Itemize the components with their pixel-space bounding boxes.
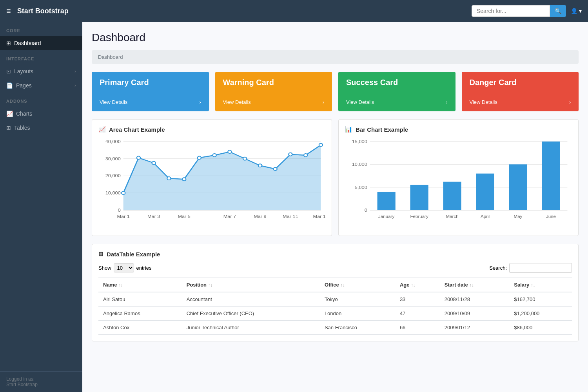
card-danger[interactable]: Danger CardView Details› xyxy=(462,72,579,111)
svg-point-20 xyxy=(274,167,277,171)
datatable-show: Show 102550100 entries xyxy=(98,263,152,272)
col-header-salary[interactable]: Salary↑↓ xyxy=(509,278,572,292)
cell-office: San Francisco xyxy=(320,321,395,335)
entries-select[interactable]: 102550100 xyxy=(114,263,134,272)
col-header-position[interactable]: Position↑↓ xyxy=(182,278,320,292)
user-menu-button[interactable]: 👤 ▾ xyxy=(571,8,582,14)
bar-chart-card: 📊 Bar Chart Example 05,00010,00015,000Ja… xyxy=(338,119,579,236)
datatable-search-input[interactable] xyxy=(509,263,572,273)
pages-icon: 📄 xyxy=(6,82,13,89)
svg-text:40,000: 40,000 xyxy=(105,139,121,144)
breadcrumb: Dashboard xyxy=(92,50,579,64)
svg-text:March: March xyxy=(446,214,459,219)
svg-text:10,000: 10,000 xyxy=(352,162,367,167)
sidebar-item-pages[interactable]: 📄Pages› xyxy=(0,78,82,93)
card-primary[interactable]: Primary CardView Details› xyxy=(92,72,209,111)
cell-start_date: 2009/10/09 xyxy=(440,307,509,321)
datatable-controls: Show 102550100 entries Search: xyxy=(98,263,572,273)
col-header-name[interactable]: Name↑↓ xyxy=(98,278,182,292)
svg-point-23 xyxy=(319,143,323,147)
sort-icon-start_date: ↑↓ xyxy=(470,283,474,287)
svg-rect-48 xyxy=(509,164,527,210)
cell-name: Airi Satou xyxy=(98,292,182,307)
sidebar-section-label-addons: ADDONS xyxy=(0,93,82,107)
svg-text:January: January xyxy=(378,214,395,219)
svg-text:5,000: 5,000 xyxy=(355,185,367,190)
app-body: CORE⊞DashboardINTERFACE⊡Layouts›📄Pages›A… xyxy=(0,22,588,392)
svg-text:10,000: 10,000 xyxy=(105,191,121,196)
sidebar-toggle-button[interactable]: ≡ xyxy=(6,7,11,16)
chevron-right-icon: › xyxy=(74,83,76,88)
sort-icon-salary: ↑↓ xyxy=(531,283,535,287)
card-arrow-icon-success: › xyxy=(446,99,447,105)
sidebar-item-label-layouts: Layouts xyxy=(14,68,33,74)
search-input[interactable] xyxy=(472,5,550,17)
svg-point-21 xyxy=(289,153,292,156)
datatable-search: Search: xyxy=(489,263,572,273)
sidebar-item-label-charts: Charts xyxy=(16,111,32,117)
col-header-age[interactable]: Age↑↓ xyxy=(395,278,440,292)
datatable-title: ⊞ DataTable Example xyxy=(98,250,572,258)
search-label: Search: xyxy=(489,265,507,271)
cell-position: Chief Executive Officer (CEO) xyxy=(182,307,320,321)
sidebar-item-label-pages: Pages xyxy=(16,82,32,89)
svg-point-18 xyxy=(243,157,247,160)
card-link-danger[interactable]: View Details xyxy=(470,99,497,105)
svg-text:June: June xyxy=(546,214,556,219)
svg-rect-46 xyxy=(476,174,494,210)
card-link-warning[interactable]: View Details xyxy=(223,99,251,105)
svg-text:Mar 9: Mar 9 xyxy=(254,214,267,219)
sidebar-item-charts[interactable]: 📈Charts xyxy=(0,107,82,121)
entries-label: entries xyxy=(136,265,152,271)
sidebar-footer-line2: Start Bootstrap xyxy=(6,382,76,387)
sidebar-item-dashboard[interactable]: ⊞Dashboard xyxy=(0,36,82,50)
bar-chart: 05,00010,00015,000JanuaryFebruaryMarchAp… xyxy=(345,138,572,228)
cell-start_date: 2009/01/12 xyxy=(440,321,509,335)
col-header-office[interactable]: Office↑↓ xyxy=(320,278,395,292)
sidebar-footer-line1: Logged in as: xyxy=(6,376,76,382)
sidebar-item-tables[interactable]: ⊞Tables xyxy=(0,121,82,135)
sort-icon-age: ↑↓ xyxy=(411,283,415,287)
bar-chart-icon: 📊 xyxy=(345,126,352,133)
col-header-start_date[interactable]: Start date↑↓ xyxy=(440,278,509,292)
table-row: Airi SatouAccountantTokyo332008/11/28$16… xyxy=(98,292,572,307)
sidebar-item-layouts[interactable]: ⊡Layouts› xyxy=(0,64,82,78)
sidebar-item-label-tables: Tables xyxy=(14,125,30,131)
charts-row: 📈 Area Chart Example 010,00020,00030,000… xyxy=(92,119,579,236)
card-title-success: Success Card xyxy=(346,78,448,87)
sidebar-section-label-core: CORE xyxy=(0,22,82,36)
svg-point-16 xyxy=(213,154,216,157)
svg-text:Mar 5: Mar 5 xyxy=(178,214,191,219)
svg-point-22 xyxy=(304,154,307,157)
svg-point-19 xyxy=(258,164,262,167)
card-title-warning: Warning Card xyxy=(223,78,325,87)
user-icon: 👤 xyxy=(571,8,577,14)
svg-text:15,000: 15,000 xyxy=(352,139,367,144)
main-content: Dashboard Dashboard Primary CardView Det… xyxy=(82,22,588,392)
cell-name: Angelica Ramos xyxy=(98,307,182,321)
svg-text:February: February xyxy=(410,214,428,219)
svg-rect-42 xyxy=(410,185,428,210)
search-form: 🔍 xyxy=(472,5,566,17)
show-label: Show xyxy=(98,265,111,271)
svg-text:20,000: 20,000 xyxy=(105,173,121,178)
brand-logo[interactable]: Start Bootstrap xyxy=(17,7,69,15)
cell-salary: $86,000 xyxy=(509,321,572,335)
card-link-success[interactable]: View Details xyxy=(346,99,374,105)
sidebar-item-label-dashboard: Dashboard xyxy=(14,40,41,46)
charts-icon: 📈 xyxy=(6,111,13,117)
card-warning[interactable]: Warning CardView Details› xyxy=(215,72,332,111)
navbar: ≡ Start Bootstrap 🔍 👤 ▾ xyxy=(0,0,588,22)
card-success[interactable]: Success CardView Details› xyxy=(338,72,456,111)
svg-text:May: May xyxy=(514,214,523,219)
search-button[interactable]: 🔍 xyxy=(550,5,566,17)
card-arrow-icon-primary: › xyxy=(199,99,201,105)
card-title-primary: Primary Card xyxy=(100,78,201,87)
svg-text:Mar 11: Mar 11 xyxy=(283,214,298,219)
svg-text:Mar 7: Mar 7 xyxy=(223,214,236,219)
card-link-primary[interactable]: View Details xyxy=(100,99,127,105)
cell-office: London xyxy=(320,307,395,321)
cell-position: Accountant xyxy=(182,292,320,307)
chevron-right-icon: › xyxy=(74,69,76,74)
svg-text:Mar 1: Mar 1 xyxy=(117,214,130,219)
